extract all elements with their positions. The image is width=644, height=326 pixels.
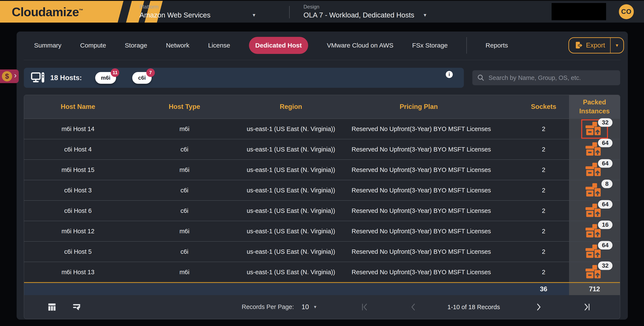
tab-fsx-storage[interactable]: FSx Storage [412,42,448,49]
hosts-summary-bar: 18 Hosts: m6i 11 c6i 7 i [24,68,464,88]
previous-page-button[interactable] [410,302,416,312]
packed-count-badge: 8 [602,180,612,188]
last-page-button[interactable] [584,302,590,312]
cell-host-type: c6i [132,201,237,221]
cell-pricing-plan: Reserved No Upfront(3-Year) BYO MSFT Lic… [345,242,492,262]
cell-sockets: 2 [492,180,569,200]
host-type-badges: m6i 11 c6i 7 [95,72,152,84]
export-dropdown-caret[interactable]: ▼ [610,38,623,53]
cell-packed-instances: 32 [569,262,620,282]
cell-region: us-east-1 (US East (N. Virginia)) [237,139,345,159]
packed-count-badge: 64 [598,159,612,168]
next-page-button[interactable] [536,302,542,312]
table-row: c6i Host 3 c6i us-east-1 (US East (N. Vi… [24,180,620,200]
app-header: Cloudamize™ Platform Amazon Web Services… [0,0,644,23]
row-wrap-icon[interactable] [72,302,82,311]
cell-host-type: m6i [132,119,237,139]
tab-storage[interactable]: Storage [125,42,147,49]
cell-region: us-east-1 (US East (N. Virginia)) [237,262,345,282]
packed-instances-indicator[interactable]: 32 [581,119,608,139]
cell-region: us-east-1 (US East (N. Virginia)) [237,242,345,262]
search-box[interactable] [472,70,620,85]
cell-packed-instances: 64 [569,242,620,262]
cell-region: us-east-1 (US East (N. Virginia)) [237,160,345,180]
tab-dedicated-host[interactable]: Dedicated Host [249,37,308,54]
table-totals-row: 36 712 [24,282,620,295]
table-row: c6i Host 4 c6i us-east-1 (US East (N. Vi… [24,139,620,159]
tab-network[interactable]: Network [166,42,189,49]
total-packed-instances: 712 [569,283,620,295]
app-root: Cloudamize™ Platform Amazon Web Services… [0,0,644,326]
host-computer-icon [31,72,45,84]
main-panel: Summary Compute Storage Network License … [16,32,628,319]
nav-divider [466,37,467,54]
cell-sockets: 2 [492,201,569,221]
column-header-host-name[interactable]: Host Name [24,95,132,119]
first-page-button[interactable] [362,302,368,312]
totals-spacer [345,283,492,295]
packed-instances-indicator[interactable]: 32 [581,262,608,282]
column-header-sockets[interactable]: Sockets [492,95,569,119]
badge-count: 11 [111,68,119,77]
export-label: Export [586,42,605,49]
tab-license[interactable]: License [208,42,230,49]
cell-sockets: 2 [492,160,569,180]
column-header-packed-instances[interactable]: Packed Instances [569,95,620,119]
chevron-down-icon[interactable]: ▼ [313,305,317,309]
packed-count-badge: 64 [598,139,612,147]
packed-instances-indicator[interactable]: 64 [581,201,608,220]
tab-vmware-cloud-on-aws[interactable]: VMware Cloud on AWS [327,42,393,49]
totals-spacer [237,283,345,295]
cell-host-type: c6i [132,139,237,159]
packed-instances-indicator[interactable]: 64 [581,160,608,180]
design-label: Design [304,4,427,10]
column-settings-icon[interactable] [48,302,57,311]
records-per-page-label: Records Per Page: [242,303,294,310]
host-type-badge-m6i[interactable]: m6i 11 [95,72,116,84]
column-header-pricing-plan[interactable]: Pricing Plan [345,95,492,119]
cell-packed-instances: 8 [569,180,620,200]
badge-count: 7 [146,68,155,77]
cell-pricing-plan: Reserved No Upfront(3-Year) BYO MSFT Lic… [345,180,492,200]
cell-pricing-plan: Reserved No Upfront(3-Year) BYO MSFT Lic… [345,201,492,221]
chevron-down-icon[interactable]: ▼ [423,13,427,18]
packed-instances-indicator[interactable]: 64 [581,140,608,159]
column-header-region[interactable]: Region [237,95,345,119]
search-icon [477,74,485,82]
cell-host-name: m6i Host 12 [24,221,132,241]
cell-packed-instances: 32 [569,119,620,139]
packed-instances-indicator[interactable]: 16 [581,222,608,241]
packed-count-badge: 32 [598,118,612,127]
table-row: c6i Host 5 c6i us-east-1 (US East (N. Vi… [24,241,620,262]
design-select[interactable]: Design OLA 7 - Workload, Dedicated Hosts… [304,4,427,19]
info-icon[interactable]: i [446,71,453,78]
packed-instances-indicator[interactable]: 8 [581,181,608,200]
cell-host-name: c6i Host 5 [24,242,132,262]
packed-instances-indicator[interactable]: 64 [581,242,608,261]
cell-region: us-east-1 (US East (N. Virginia)) [237,201,345,221]
brand-name: Cloudamize [12,5,79,19]
tab-summary[interactable]: Summary [34,42,61,49]
export-button[interactable]: Export ▼ [568,37,624,54]
cell-host-name: c6i Host 4 [24,139,132,159]
search-input[interactable] [488,74,616,81]
records-per-page-value[interactable]: 10 [302,303,309,311]
cell-region: us-east-1 (US East (N. Virginia)) [237,119,345,139]
host-type-badge-c6i[interactable]: c6i 7 [132,72,152,84]
badge-label: m6i [101,75,110,81]
tab-compute[interactable]: Compute [80,42,106,49]
tab-reports[interactable]: Reports [486,42,508,49]
avatar[interactable]: CO [619,4,634,19]
cost-panel-toggle[interactable]: $ › [0,70,19,83]
platform-select[interactable]: Platform Amazon Web Services ▼ [140,4,256,19]
redacted-block [552,3,606,20]
table-header-row: Host Name Host Type Region Pricing Plan … [24,95,620,119]
cell-host-name: c6i Host 6 [24,201,132,221]
cell-region: us-east-1 (US East (N. Virginia)) [237,221,345,241]
column-header-host-type[interactable]: Host Type [132,95,237,119]
cell-packed-instances: 64 [569,201,620,221]
cell-host-type: c6i [132,180,237,200]
packed-count-badge: 64 [598,200,612,209]
cell-host-name: m6i Host 14 [24,119,132,139]
chevron-down-icon[interactable]: ▼ [252,13,256,18]
